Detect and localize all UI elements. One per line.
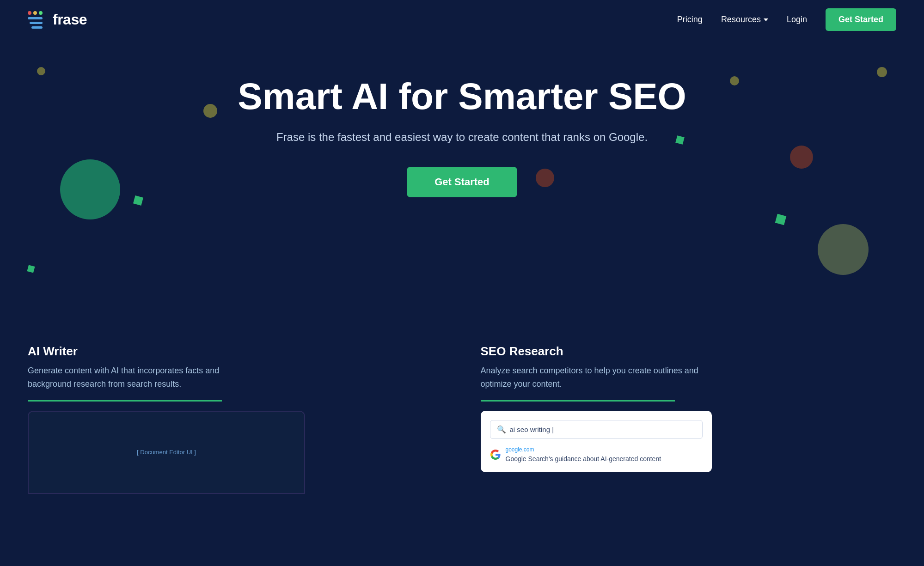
mock-result-info: google.com Google Search's guidance abou… bbox=[506, 446, 661, 463]
deco-circle-teal bbox=[60, 159, 120, 219]
seo-mock-card: 🔍 ai seo writing | google.com Google Sea… bbox=[481, 411, 712, 472]
laptop-mockup: [ Document Editor UI ] bbox=[28, 411, 305, 494]
features-section: AI Writer Generate content with AI that … bbox=[0, 344, 924, 494]
ai-writer-underline bbox=[28, 400, 222, 402]
seo-research-desc: Analyze search competitors to help you c… bbox=[481, 364, 712, 391]
hero-subtitle: Frase is the fastest and easiest way to … bbox=[28, 131, 896, 144]
logo-text: frase bbox=[53, 11, 87, 28]
hero-get-started-button[interactable]: Get Started bbox=[407, 167, 517, 197]
deco-circle-maroon bbox=[536, 169, 554, 187]
laptop-screen: [ Document Editor UI ] bbox=[29, 412, 304, 493]
logo[interactable]: frase bbox=[28, 10, 87, 30]
deco-square-2 bbox=[27, 265, 35, 273]
nav-pricing[interactable]: Pricing bbox=[677, 15, 703, 24]
nav-links: Pricing Resources Login Get Started bbox=[677, 8, 896, 31]
mock-search-result: google.com Google Search's guidance abou… bbox=[490, 446, 703, 463]
ai-writer-title: AI Writer bbox=[28, 344, 444, 359]
search-icon: 🔍 bbox=[497, 425, 506, 434]
google-logo bbox=[490, 449, 501, 460]
mock-result-title: Google Search's guidance about AI-genera… bbox=[506, 455, 661, 463]
laptop-screen-content: [ Document Editor UI ] bbox=[137, 449, 196, 456]
mock-search-query: ai seo writing | bbox=[510, 426, 554, 433]
deco-square-1 bbox=[133, 195, 143, 206]
deco-circle-maroon-2 bbox=[790, 146, 813, 169]
deco-circle-gray bbox=[818, 224, 869, 275]
deco-circle-4 bbox=[877, 67, 887, 77]
ai-writer-desc: Generate content with AI that incorporat… bbox=[28, 364, 259, 391]
feature-ai-writer: AI Writer Generate content with AI that … bbox=[28, 344, 444, 494]
nav-get-started-button[interactable]: Get Started bbox=[826, 8, 896, 31]
nav-resources[interactable]: Resources bbox=[721, 15, 768, 24]
deco-circle-1 bbox=[37, 67, 45, 75]
mock-result-url: google.com bbox=[506, 446, 661, 453]
chevron-down-icon bbox=[764, 18, 768, 21]
feature-seo-research: SEO Research Analyze search competitors … bbox=[481, 344, 897, 494]
logo-icon bbox=[28, 10, 47, 30]
navbar: frase Pricing Resources Login Get Starte… bbox=[0, 0, 924, 39]
hero-title: Smart AI for Smarter SEO bbox=[28, 76, 896, 117]
nav-login[interactable]: Login bbox=[787, 15, 807, 24]
seo-research-underline bbox=[481, 400, 675, 402]
seo-research-title: SEO Research bbox=[481, 344, 897, 359]
deco-square-4 bbox=[775, 214, 786, 225]
hero-section: Smart AI for Smarter SEO Frase is the fa… bbox=[0, 39, 924, 344]
mock-search-bar: 🔍 ai seo writing | bbox=[490, 420, 703, 439]
